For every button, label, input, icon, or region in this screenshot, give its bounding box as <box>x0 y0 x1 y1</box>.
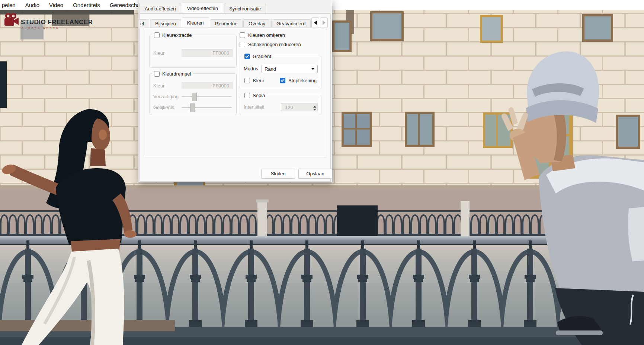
far-balustrade <box>337 205 378 236</box>
kleurdrempel-label: Kleurdrempel <box>162 71 191 77</box>
kleuren-omkeren-option: Kleuren omkeren <box>240 32 285 38</box>
verzadiging-slider[interactable] <box>182 96 232 97</box>
opslaan-button[interactable]: Opslaan <box>298 169 332 179</box>
striptekening-option: Striptekening <box>280 78 317 83</box>
subtab-geavanceerd[interactable]: Geavanceerd <box>271 19 311 28</box>
kleur-label: Kleur <box>153 50 164 56</box>
kleurdrempel-checkbox[interactable] <box>154 71 160 77</box>
effects-subtab-bar: el Bijsnijden Kleuren Geometrie Overlay … <box>138 18 311 28</box>
gradient-label: Gradiënt <box>253 54 271 59</box>
video-camera-icon <box>4 13 19 28</box>
verzadiging-label: Verzadiging <box>153 94 179 99</box>
kleuren-omkeren-checkbox[interactable] <box>240 32 245 38</box>
gelijkenis-slider[interactable] <box>182 107 232 108</box>
menu-item-afspelen[interactable]: pelen <box>2 2 16 8</box>
gelijkenis-label: Gelijkenis <box>153 105 174 110</box>
striptekening-label: Striptekening <box>288 78 317 83</box>
schakeringen-label: Schakeringen reduceren <box>248 42 301 47</box>
menu-item-ondertitels[interactable]: Ondertitels <box>73 2 100 8</box>
gradient-kleur-option: Kleur <box>244 78 264 83</box>
subtab-kleuren[interactable]: Kleuren <box>182 17 209 28</box>
gradient-kleur-label: Kleur <box>253 78 264 83</box>
effects-dialog: Audio-effecten Video-effecten Synchronis… <box>138 0 332 182</box>
video-effects-panel: el Bijsnijden Kleuren Geometrie Overlay … <box>140 13 331 182</box>
modus-selected-value: Rand <box>265 66 276 72</box>
logo-subtitle: ALWAYS SHARE <box>21 26 93 29</box>
schakeringen-option: Schakeringen reduceren <box>240 42 301 47</box>
kleur-label: Kleur <box>153 83 164 89</box>
schakeringen-checkbox[interactable] <box>240 42 245 47</box>
tab-synchronisatie[interactable]: Synchronisatie <box>224 4 266 13</box>
kleuren-omkeren-label: Kleuren omkeren <box>248 32 285 38</box>
kleurextractie-group: Kleurextractie Kleur FF0000 <box>149 35 237 68</box>
tab-scroll-right-icon <box>323 20 328 25</box>
gelijkenis-slider-handle[interactable] <box>190 103 195 112</box>
subtab-geometrie[interactable]: Geometrie <box>210 19 243 28</box>
gradient-checkbox[interactable] <box>244 54 250 59</box>
kleurextractie-checkbox[interactable] <box>154 32 160 38</box>
tab-scroll-left-icon <box>312 20 317 25</box>
striptekening-checkbox[interactable] <box>280 78 285 83</box>
gradient-group: Gradiënt Modus Rand Kleur Striptekening <box>240 56 321 89</box>
menu-item-audio[interactable]: Audio <box>25 2 39 8</box>
dialog-tab-bar: Audio-effecten Video-effecten Synchronis… <box>140 3 266 13</box>
modus-dropdown[interactable]: Rand <box>262 65 318 73</box>
watermark-logo: STUDIO FREELANCER ALWAYS SHARE <box>4 13 93 29</box>
sepia-checkbox[interactable] <box>244 93 250 98</box>
verzadiging-slider-handle[interactable] <box>192 93 197 101</box>
gradient-kleur-checkbox[interactable] <box>244 78 250 83</box>
kleuren-tab-content: Kleurextractie Kleur FF0000 Kleurdrempel… <box>144 28 327 157</box>
intensiteit-spinner: 120 <box>281 103 318 111</box>
spinner-arrows-icon[interactable] <box>313 104 316 112</box>
sepia-label: Sepia <box>253 93 265 98</box>
intensiteit-value: 120 <box>285 105 293 110</box>
subtab-partial[interactable]: el <box>138 19 149 28</box>
intensiteit-label: Intensiteit <box>244 104 265 110</box>
kleur-value-field: FF0000 <box>182 82 233 89</box>
kleurdrempel-group: Kleurdrempel Kleur FF0000 Verzadiging Ge… <box>149 73 237 115</box>
tab-scroll-left-button[interactable] <box>311 17 319 28</box>
kleurextractie-label: Kleurextractie <box>162 32 192 38</box>
sepia-group: Sepia Intensiteit 120 <box>240 95 321 115</box>
tab-video-effecten[interactable]: Video-effecten <box>182 3 223 13</box>
kleur-value-field: FF0000 <box>182 49 233 57</box>
tab-audio-effecten[interactable]: Audio-effecten <box>140 4 181 13</box>
subtab-overlay[interactable]: Overlay <box>243 19 270 28</box>
tab-scroll-right-button <box>320 17 328 28</box>
subtab-bijsnijden[interactable]: Bijsnijden <box>150 19 181 28</box>
logo-title: STUDIO FREELANCER <box>21 19 93 26</box>
modus-label: Modus <box>244 66 258 71</box>
menu-item-video[interactable]: Video <box>49 2 63 8</box>
sluiten-button[interactable]: Sluiten <box>261 169 295 179</box>
